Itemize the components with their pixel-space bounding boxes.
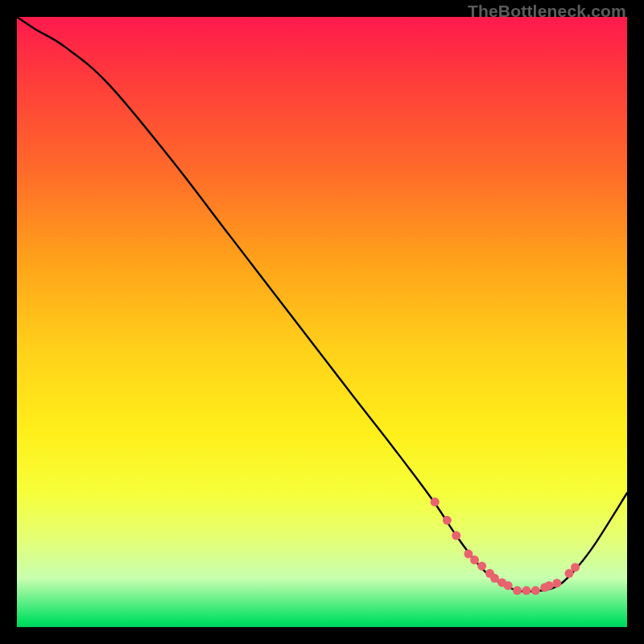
chart-svg bbox=[17, 17, 627, 627]
highlight-dot bbox=[443, 516, 452, 525]
highlight-dot bbox=[522, 586, 530, 595]
highlight-dot bbox=[470, 555, 479, 564]
bottleneck-curve bbox=[17, 17, 627, 592]
highlight-dot bbox=[552, 579, 561, 588]
highlight-dot bbox=[544, 581, 553, 590]
highlight-dot bbox=[504, 581, 513, 590]
chart-plot-area bbox=[17, 17, 627, 627]
highlight-dot bbox=[531, 586, 540, 595]
highlight-dot bbox=[513, 586, 522, 595]
highlight-dot bbox=[431, 497, 440, 506]
highlight-dot bbox=[452, 531, 460, 540]
chart-frame: TheBottleneck.com bbox=[0, 0, 644, 644]
highlight-dot bbox=[571, 563, 580, 572]
highlight-dot bbox=[477, 562, 486, 571]
watermark-text: TheBottleneck.com bbox=[468, 2, 626, 21]
